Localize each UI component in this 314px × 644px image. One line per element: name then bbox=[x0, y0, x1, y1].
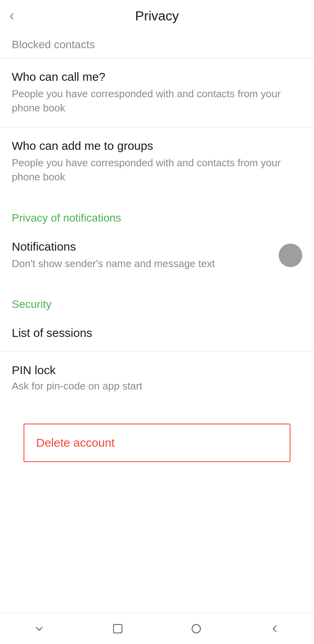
who-can-add-subtitle: People you have corresponded with and co… bbox=[12, 156, 302, 184]
who-can-call-subtitle: People you have corresponded with and co… bbox=[12, 87, 302, 115]
who-can-call-title: Who can call me? bbox=[12, 70, 302, 84]
delete-account-button[interactable]: Delete account bbox=[24, 424, 290, 462]
toggle-circle bbox=[279, 244, 302, 267]
nav-home-icon[interactable] bbox=[188, 621, 204, 637]
svg-rect-0 bbox=[113, 624, 122, 633]
header: ‹ Privacy bbox=[0, 0, 314, 31]
square-icon bbox=[111, 622, 124, 635]
notifications-subtitle: Don't show sender's name and message tex… bbox=[12, 257, 271, 271]
pin-lock-title: PIN lock bbox=[12, 364, 302, 377]
bottom-nav bbox=[0, 613, 314, 644]
security-header: Security bbox=[0, 286, 314, 315]
page-title: Privacy bbox=[135, 8, 179, 24]
nav-down-icon[interactable] bbox=[31, 621, 47, 637]
chevron-down-icon bbox=[33, 622, 46, 635]
content-scroll: Blocked contacts Who can call me? People… bbox=[0, 31, 314, 613]
circle-icon bbox=[190, 622, 203, 635]
blocked-contacts-label: Blocked contacts bbox=[12, 38, 95, 51]
back-button[interactable]: ‹ bbox=[9, 9, 14, 23]
svg-point-1 bbox=[192, 624, 200, 633]
nav-back-icon[interactable] bbox=[267, 621, 283, 637]
who-can-add-item[interactable]: Who can add me to groups People you have… bbox=[0, 127, 314, 196]
list-sessions-title: List of sessions bbox=[12, 326, 302, 340]
privacy-notifications-header: Privacy of notifications bbox=[0, 200, 314, 228]
back-triangle-icon bbox=[268, 622, 281, 635]
notifications-title: Notifications bbox=[12, 240, 271, 253]
delete-account-label: Delete account bbox=[36, 436, 115, 449]
who-can-call-item[interactable]: Who can call me? People you have corresp… bbox=[0, 58, 314, 127]
nav-recents-icon[interactable] bbox=[110, 621, 126, 637]
list-sessions-item[interactable]: List of sessions bbox=[0, 315, 314, 352]
blocked-contacts-item[interactable]: Blocked contacts bbox=[0, 31, 314, 58]
notifications-toggle[interactable] bbox=[279, 244, 302, 267]
pin-lock-item[interactable]: PIN lock Ask for pin-code on app start bbox=[0, 352, 314, 404]
who-can-add-title: Who can add me to groups bbox=[12, 139, 302, 153]
notifications-item[interactable]: Notifications Don't show sender's name a… bbox=[0, 228, 314, 282]
delete-account-section: Delete account bbox=[0, 404, 314, 482]
pin-lock-subtitle: Ask for pin-code on app start bbox=[12, 380, 302, 392]
